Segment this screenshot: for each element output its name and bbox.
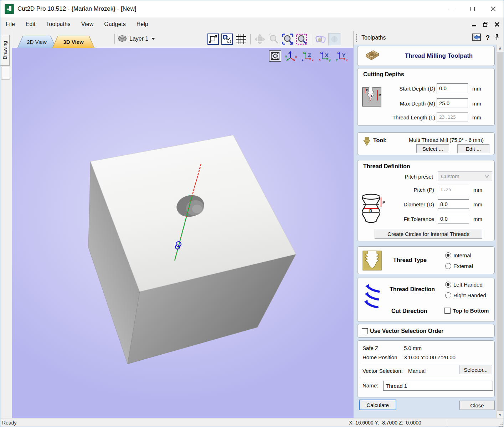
calculate-button[interactable]: Calculate — [359, 400, 396, 410]
isometric-view-button[interactable] — [269, 50, 281, 62]
close-button[interactable] — [483, 0, 504, 17]
model-scene — [12, 48, 353, 418]
close-panel-button[interactable]: Close — [459, 401, 495, 410]
status-coordinates: X:-16.6000 Y: -8.7000 Z: 0.0000 — [349, 420, 421, 426]
tab-3d-view-label: 3D View — [52, 36, 94, 48]
selector-button[interactable]: Selector... — [459, 365, 492, 374]
layer-selector[interactable]: Layer 1 — [118, 34, 155, 44]
status-ready: Ready — [2, 420, 16, 426]
help-button[interactable]: ? — [485, 34, 490, 42]
internal-radio[interactable] — [445, 252, 451, 258]
mdi-restore-button[interactable] — [482, 21, 489, 27]
left-handed-radio[interactable] — [445, 282, 451, 288]
pan-tool-icon[interactable] — [254, 33, 266, 45]
pitch-preset-select: Custom — [438, 171, 492, 181]
layer-selector-label: Layer 1 — [129, 36, 148, 42]
shaded-view-icon[interactable] — [328, 33, 340, 45]
external-radio[interactable] — [445, 263, 451, 269]
toggle-2d-3d-link-icon[interactable] — [314, 33, 326, 45]
minimize-icon — [450, 9, 454, 9]
panel-grip[interactable] — [356, 34, 358, 42]
start-depth-input[interactable] — [437, 83, 468, 93]
vector-order-option[interactable]: Use Vector Selection Order — [362, 328, 443, 334]
toggle-grid-icon[interactable] — [235, 33, 247, 45]
mdi-close-icon — [495, 22, 499, 27]
zoom-box-icon[interactable] — [282, 33, 294, 45]
name-label: Name: — [362, 382, 378, 389]
menu-gadgets[interactable]: Gadgets — [99, 20, 131, 29]
svg-text:y: y — [336, 58, 338, 61]
minimize-button[interactable] — [442, 0, 462, 17]
menu-edit[interactable]: Edit — [20, 20, 41, 29]
thread-type-internal-option[interactable]: Internal — [445, 252, 471, 258]
tab-3d-view[interactable]: 3D View — [52, 36, 94, 48]
thread-type-external-option[interactable]: External — [445, 263, 473, 269]
window-title: Cut2D Pro 10.512 - {Marian Mrozek} - [Ne… — [17, 5, 137, 12]
zoom-interactive-icon[interactable] — [268, 33, 280, 45]
tab-2d-view[interactable]: 2D View — [17, 36, 56, 48]
zoom-to-drawing-icon[interactable] — [207, 33, 219, 45]
collapsed-tab[interactable] — [1, 67, 10, 79]
toolpaths-panel: Toolpaths ? T — [353, 31, 504, 418]
menu-help[interactable]: Help — [131, 20, 154, 29]
scroll-up-arrow[interactable]: ∧ — [497, 45, 504, 52]
svg-text:x: x — [346, 59, 348, 62]
svg-text:z: z — [302, 58, 303, 61]
viewport-3d[interactable]: z y x y z x Z z — [12, 48, 353, 418]
top-view-button[interactable]: y z x Z — [301, 50, 315, 62]
svg-text:y: y — [285, 55, 287, 58]
max-depth-input[interactable] — [437, 98, 468, 108]
tool-edit-button[interactable]: Edit ... — [457, 144, 489, 153]
pitch-label: Pitch (P) — [359, 187, 434, 193]
side-view-x-button[interactable]: z x y X — [318, 50, 333, 62]
svg-text:x: x — [312, 59, 314, 62]
menu-toolpaths[interactable]: Toolpaths — [41, 20, 76, 29]
menu-view[interactable]: View — [76, 20, 99, 29]
tool-select-button[interactable]: Select ... — [416, 144, 449, 153]
collapse-panel-button[interactable] — [472, 34, 481, 42]
toolbar: 2D View 3D View Layer 1 — [12, 31, 353, 48]
pitch-preset-label: Pitch preset — [358, 174, 433, 180]
mdi-close-button[interactable] — [494, 21, 500, 27]
svg-text:z: z — [320, 51, 322, 54]
right-handed-radio[interactable] — [445, 292, 451, 298]
scrollbar-thumb[interactable] — [497, 52, 503, 411]
side-view-y-button[interactable]: z y x Y — [335, 50, 350, 62]
cut-direction-label: Cut Direction — [391, 308, 427, 314]
title-bar: Cut2D Pro 10.512 - {Marian Mrozek} - [Ne… — [0, 0, 504, 17]
top-to-bottom-checkbox[interactable] — [444, 308, 451, 314]
vector-selection-value: Manual — [408, 368, 426, 374]
maximize-button[interactable] — [462, 0, 483, 17]
toolpaths-panel-header: Toolpaths ? — [354, 31, 504, 45]
status-bar: Ready X:-16.6000 Y: -8.7000 Z: 0.0000 — [0, 418, 504, 427]
summary-box: Safe Z 5.0 mm Home Position X:0.00 Y:0.0… — [357, 340, 495, 397]
toolpath-name-input[interactable] — [383, 381, 493, 391]
panel-scrollbar[interactable]: ∧ ∨ — [496, 45, 503, 418]
thread-direction-box: Thread Direction Left Handed Right Hande… — [357, 278, 495, 322]
iso-axes-button[interactable]: z y x — [284, 50, 298, 62]
fit-tolerance-input[interactable] — [438, 214, 469, 223]
pin-panel-button[interactable] — [494, 34, 499, 42]
thread-direction-left-option[interactable]: Left Handed — [445, 282, 483, 288]
external-radio-label: External — [453, 263, 473, 269]
thread-direction-icon — [363, 284, 385, 311]
menu-file[interactable]: File — [0, 20, 20, 29]
svg-text:D: D — [369, 209, 372, 213]
vector-order-checkbox[interactable] — [362, 328, 368, 334]
maximize-icon — [470, 7, 475, 11]
drawing-tab[interactable]: Drawing — [0, 35, 10, 66]
max-depth-label: Max Depth (M) — [360, 101, 435, 107]
thread-direction-right-option[interactable]: Right Handed — [445, 292, 486, 298]
zoom-selected-icon[interactable] — [295, 33, 308, 45]
resize-grip[interactable] — [498, 422, 503, 427]
drawing-tab-label: Drawing — [2, 41, 8, 59]
cut-direction-option[interactable]: Top to Bottom — [444, 308, 495, 314]
tool-icon — [362, 137, 371, 146]
svg-text:y: y — [303, 51, 305, 54]
mdi-minimize-button[interactable] — [471, 21, 477, 27]
diameter-input[interactable] — [438, 199, 469, 209]
scroll-down-arrow[interactable]: ∨ — [497, 411, 504, 418]
max-depth-unit: mm — [472, 101, 481, 107]
create-circles-button[interactable]: Create Circles for Internal Threads — [375, 229, 482, 239]
zoom-to-selection-icon[interactable] — [221, 33, 233, 45]
